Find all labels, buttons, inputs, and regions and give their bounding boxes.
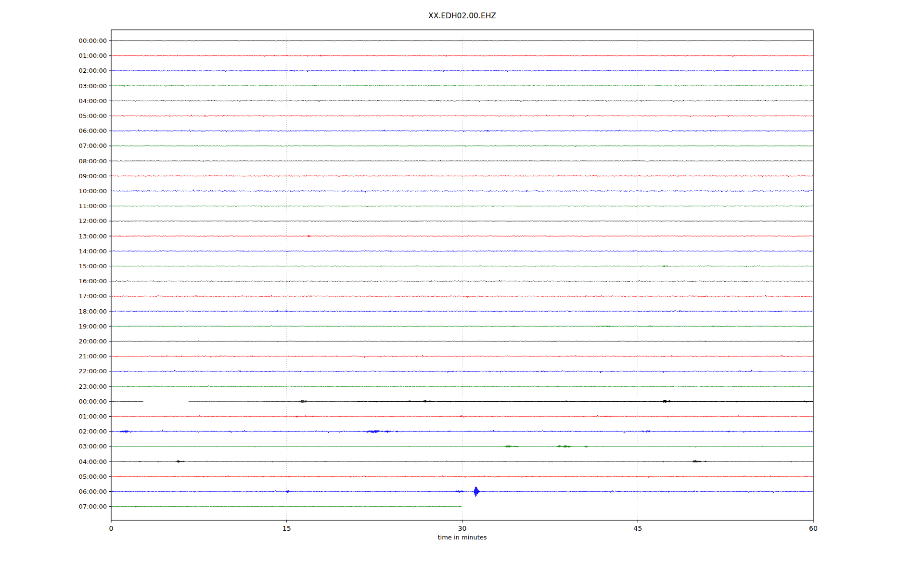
y-tick-label: 00:00:00: [79, 37, 107, 44]
y-tick-label: 01:00:00: [79, 52, 107, 59]
trace-row-11: [111, 206, 813, 207]
x-tick-label: 45: [633, 525, 642, 532]
y-tick-label: 06:00:00: [79, 127, 107, 134]
trace-row-22: [111, 370, 813, 373]
x-axis-label: time in minutes: [111, 534, 813, 541]
y-tick-label: 01:00:00: [79, 413, 107, 420]
trace-row-18: [111, 310, 813, 313]
x-tick-label: 60: [809, 525, 818, 532]
trace-row-15: [111, 265, 813, 267]
y-tick-label: 13:00:00: [79, 233, 107, 240]
trace-row-31: [111, 506, 462, 507]
y-tick-label: 03:00:00: [79, 443, 107, 450]
y-tick-label: 03:00:00: [79, 82, 107, 90]
y-tick-label: 07:00:00: [79, 142, 107, 149]
y-tick-label: 02:00:00: [79, 67, 107, 74]
y-tick-label: 04:00:00: [79, 97, 107, 105]
seismogram-figure: XX.EDH02.00.EHZ 00:00:0001:00:0002:00:00…: [0, 0, 924, 578]
x-tick-label: 15: [282, 525, 291, 532]
trace-row-17: [111, 295, 813, 298]
y-tick-label: 00:00:00: [79, 398, 107, 405]
y-tick-label: 20:00:00: [79, 338, 107, 345]
y-tick-label: 23:00:00: [79, 383, 107, 390]
y-tick-label: 22:00:00: [79, 368, 107, 375]
y-tick-label: 17:00:00: [79, 292, 107, 300]
trace-row-30: [111, 486, 813, 497]
y-tick-label: 05:00:00: [79, 473, 107, 480]
y-tick-label: 09:00:00: [79, 172, 107, 180]
y-tick-label: 10:00:00: [79, 187, 107, 195]
trace-row-8: [111, 160, 813, 162]
trace-row-0: [111, 40, 813, 41]
y-tick-label: 12:00:00: [79, 217, 107, 224]
y-tick-label: 11:00:00: [79, 202, 107, 210]
y-tick-label: 08:00:00: [79, 158, 107, 165]
trace-row-24: [263, 400, 357, 403]
x-tick-label: 30: [458, 525, 467, 532]
y-tick-label: 19:00:00: [79, 323, 107, 330]
trace-row-13: [111, 235, 813, 237]
y-tick-label: 18:00:00: [79, 308, 107, 315]
trace-row-6: [111, 130, 813, 132]
trace-row-12: [111, 221, 813, 222]
trace-row-21: [111, 355, 813, 358]
y-tick-label: 16:00:00: [79, 277, 107, 285]
y-tick-label: 04:00:00: [79, 458, 107, 465]
y-tick-label: 05:00:00: [79, 112, 107, 119]
dayplot-canvas: 00:00:0001:00:0002:00:0003:00:0004:00:00…: [0, 0, 924, 578]
trace-row-3: [111, 85, 813, 87]
trace-row-1: [111, 55, 813, 57]
y-tick-label: 21:00:00: [79, 353, 107, 360]
trace-row-24: [189, 401, 263, 402]
trace-row-24: [357, 400, 813, 403]
trace-row-27: [111, 445, 813, 447]
trace-row-20: [111, 341, 813, 342]
y-tick-label: 02:00:00: [79, 428, 107, 435]
trace-row-28: [111, 460, 813, 463]
trace-row-23: [111, 386, 813, 388]
y-tick-label: 14:00:00: [79, 248, 107, 255]
y-tick-label: 07:00:00: [79, 503, 107, 510]
trace-row-24: [111, 401, 143, 402]
y-tick-label: 15:00:00: [79, 263, 107, 270]
y-tick-label: 06:00:00: [79, 488, 107, 495]
x-tick-label: 0: [109, 525, 114, 532]
